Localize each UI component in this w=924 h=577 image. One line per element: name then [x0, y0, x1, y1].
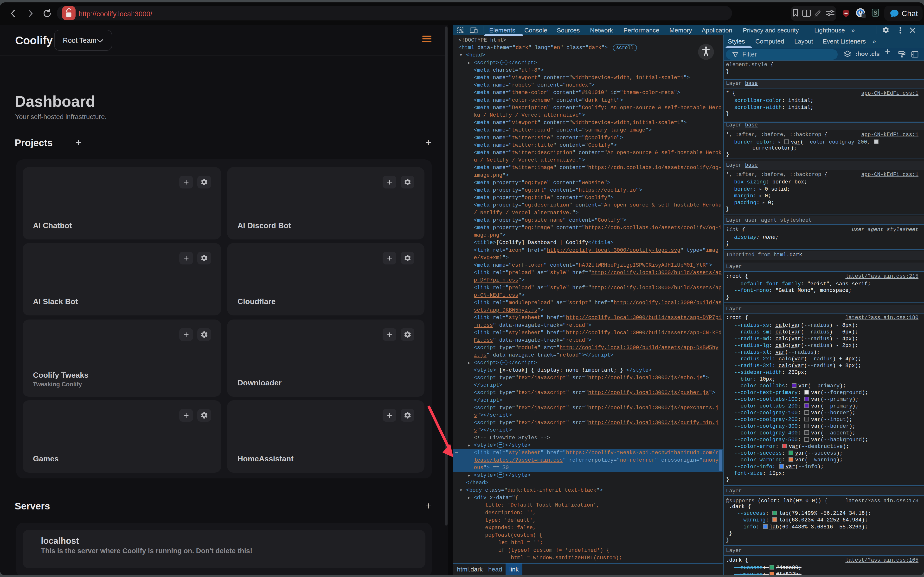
svg-text:S: S [874, 10, 877, 16]
